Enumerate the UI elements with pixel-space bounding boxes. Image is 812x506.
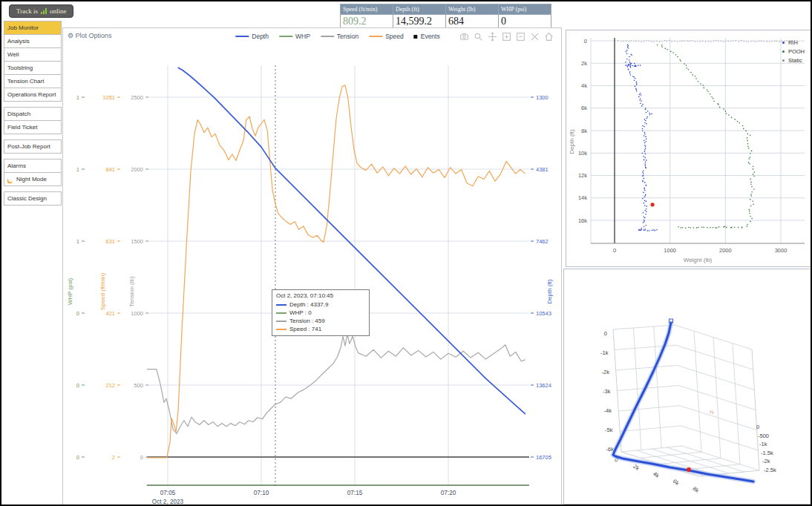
moon-icon <box>7 176 14 183</box>
tooltip-title: Oct 2, 2023, 07:10:45 <box>276 292 365 299</box>
main-time-chart[interactable]: 1105125001300184120004381163115007462042… <box>63 28 561 505</box>
chart-tooltip: Oct 2, 2023, 07:10:45 Depth : 4337.9 WHP… <box>272 289 370 336</box>
chart-legend: Depth WHP Tension Speed Events <box>235 33 439 40</box>
legend-item-speed[interactable]: Speed <box>369 33 404 40</box>
svg-text:421: 421 <box>105 310 115 317</box>
legend-item-depth[interactable]: Depth <box>235 33 269 40</box>
depth-swatch <box>235 36 249 37</box>
camera-icon[interactable] <box>459 32 469 42</box>
svg-text:1: 1 <box>76 166 79 173</box>
svg-text:-1k: -1k <box>600 349 609 356</box>
sidebar-item-dispatch[interactable]: Dispatch <box>4 107 62 121</box>
svg-text:07:05: 07:05 <box>160 490 176 496</box>
svg-text:13624: 13624 <box>536 382 551 389</box>
stat-whp: WHP (psi) 0 <box>499 4 551 29</box>
track-status-button[interactable]: Track is online <box>9 4 73 18</box>
sidebar-item-night-mode[interactable]: Night Mode <box>4 172 62 186</box>
svg-text:16k: 16k <box>578 217 587 224</box>
legend-item-events[interactable]: Events <box>414 33 440 40</box>
reset-axes-icon[interactable] <box>544 32 554 42</box>
pan-icon[interactable] <box>488 32 497 42</box>
track-status-suffix: online <box>50 7 67 15</box>
svg-text:-1k: -1k <box>759 441 767 447</box>
svg-text:2: 2 <box>112 454 115 461</box>
depth-series-line <box>178 68 525 413</box>
stat-speed-header: Speed (ft/min) <box>340 4 393 15</box>
sidebar-item-alarms[interactable]: Alarms <box>4 159 62 173</box>
tooltip-speed-swatch <box>276 329 287 330</box>
plot-modebar <box>459 32 554 42</box>
svg-text:841: 841 <box>105 166 115 173</box>
legend-item-pooh[interactable]: POOH <box>782 48 805 55</box>
svg-text:-2k: -2k <box>762 458 770 464</box>
autoscale-icon[interactable] <box>530 32 540 42</box>
svg-text:6k: 6k <box>581 105 587 111</box>
legend-item-static[interactable]: Static <box>782 57 805 64</box>
svg-text:8k: 8k <box>581 128 587 134</box>
svg-text:2k: 2k <box>581 60 587 67</box>
sidebar: Job Monitor Analysis Well Toolstring Ten… <box>4 22 62 211</box>
legend-item-whp[interactable]: WHP <box>279 33 310 40</box>
tooltip-row: Depth : 4337.9 <box>276 300 365 309</box>
svg-text:2500: 2500 <box>131 94 143 101</box>
trajectory-line <box>613 323 753 482</box>
legend-item-tension[interactable]: Tension <box>321 33 358 40</box>
svg-text:12k: 12k <box>578 172 587 179</box>
svg-text:0: 0 <box>76 382 79 389</box>
svg-text:-1.5k: -1.5k <box>761 450 773 456</box>
trajectory-3d-panel: 0-1k-2k-3k-4k-5k-6k02k4k6k8k0-500-1k-1.5… <box>563 269 812 505</box>
app-window: Track is online Speed (ft/min) 809.2 Dep… <box>0 0 812 506</box>
zoom-in-icon[interactable] <box>502 32 511 42</box>
signal-icon <box>41 8 47 14</box>
svg-text:Depth (ft): Depth (ft) <box>546 279 553 304</box>
svg-text:N: N <box>710 409 714 415</box>
zoom-icon[interactable] <box>474 32 483 42</box>
stat-depth: Depth (ft) 14,599.2 <box>393 4 446 29</box>
weight-depth-panel: 02k4k6k8k10k12k14k16k0100020003000Weight… <box>566 30 812 267</box>
sidebar-item-job-monitor[interactable]: Job Monitor <box>4 21 62 35</box>
tension-swatch <box>321 36 334 37</box>
sidebar-item-analysis[interactable]: Analysis <box>4 34 62 48</box>
svg-text:1000: 1000 <box>664 247 676 254</box>
svg-text:631: 631 <box>105 238 115 245</box>
tooltip-tension-swatch <box>276 321 287 322</box>
trajectory-halo <box>613 323 753 482</box>
svg-text:WHP (psi): WHP (psi) <box>67 278 73 306</box>
svg-text:-500: -500 <box>758 433 769 439</box>
svg-text:2000: 2000 <box>719 247 732 254</box>
main-chart-panel: ⚙ Plot Options Depth WHP Tension Speed E… <box>62 27 562 506</box>
svg-text:500: 500 <box>134 382 143 389</box>
svg-text:-3k: -3k <box>603 388 611 395</box>
sidebar-item-classic-design[interactable]: Classic Design <box>4 191 62 206</box>
svg-text:8k: 8k <box>692 485 701 494</box>
sidebar-item-post-job-report[interactable]: Post-Job Report <box>4 139 62 154</box>
sidebar-item-well[interactable]: Well <box>4 47 62 62</box>
stat-speed: Speed (ft/min) 809.2 <box>341 4 393 29</box>
svg-text:0: 0 <box>140 454 143 461</box>
legend-item-rih[interactable]: RIH <box>782 39 805 46</box>
svg-text:4k: 4k <box>581 82 587 89</box>
sidebar-item-tension-chart[interactable]: Tension Chart <box>4 74 62 88</box>
svg-text:10k: 10k <box>578 150 587 157</box>
svg-text:14k: 14k <box>578 194 587 201</box>
scatter-legend: RIH POOH Static <box>782 39 805 64</box>
rih-swatch <box>782 42 785 44</box>
svg-text:16705: 16705 <box>536 454 551 461</box>
svg-text:07:10: 07:10 <box>254 490 269 496</box>
svg-text:0: 0 <box>604 330 607 337</box>
weight-depth-plot[interactable]: 02k4k6k8k10k12k14k16k0100020003000Weight… <box>566 30 812 266</box>
svg-text:-2k: -2k <box>602 369 610 375</box>
sidebar-item-toolstring[interactable]: Toolstring <box>4 61 62 75</box>
sidebar-item-operations-report[interactable]: Operations Report <box>4 88 62 102</box>
zoom-out-icon[interactable] <box>516 32 525 42</box>
sidebar-item-field-ticket[interactable]: Field Ticket <box>4 120 62 134</box>
svg-text:1300: 1300 <box>536 94 549 101</box>
svg-text:Oct 2, 2023: Oct 2, 2023 <box>152 499 184 505</box>
plot-options-button[interactable]: ⚙ Plot Options <box>68 32 112 39</box>
trajectory-3d-plot[interactable]: 0-1k-2k-3k-4k-5k-6k02k4k6k8k0-500-1k-1.5… <box>564 269 812 504</box>
whp-swatch <box>279 36 292 37</box>
tension-series-line <box>147 334 525 433</box>
stat-whp-header: WHP (psi) <box>498 4 551 15</box>
svg-text:0: 0 <box>756 424 759 430</box>
tooltip-row: Tension : 459 <box>276 317 365 325</box>
